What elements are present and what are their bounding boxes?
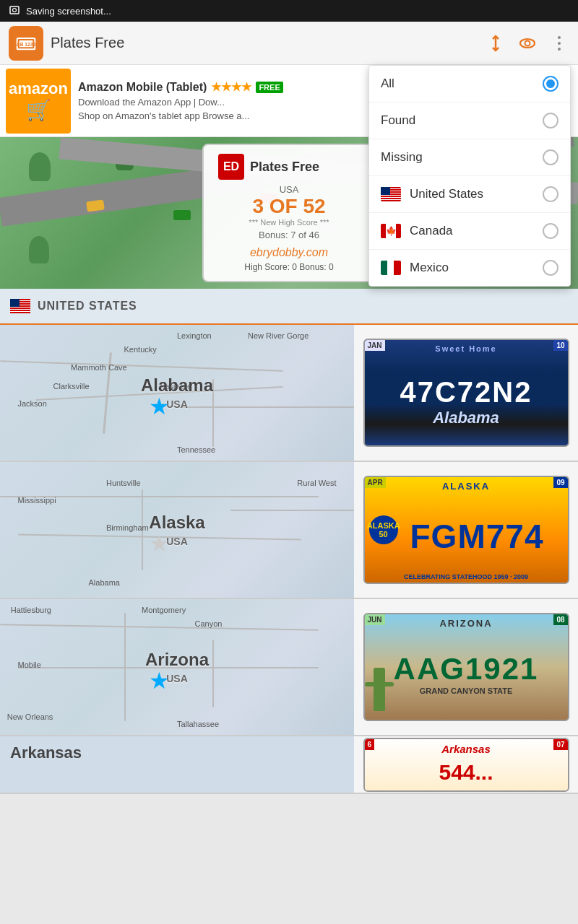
city-jackson: Jackson bbox=[18, 399, 47, 408]
dropdown-item-missing[interactable]: Missing bbox=[369, 139, 570, 176]
city-birmingham: Birmingham bbox=[106, 523, 149, 532]
dropdown-item-all[interactable]: All bbox=[369, 66, 570, 103]
ad-stars: ★★★★ bbox=[211, 80, 251, 94]
city-tallahassee: Tallahassee bbox=[177, 720, 219, 728]
car-plates-icon: AB 1234 bbox=[14, 32, 38, 55]
tree2 bbox=[116, 145, 134, 170]
city-clarksville: Clarksville bbox=[53, 382, 90, 391]
radio-missing[interactable] bbox=[543, 149, 558, 165]
country-flag bbox=[10, 299, 30, 313]
state-row-arizona[interactable]: Montgomery Canyon Hattiesburg Mobile New… bbox=[0, 599, 578, 736]
dropdown-label-mexico: Mexico bbox=[410, 261, 543, 275]
city-canyon: Canyon bbox=[195, 619, 223, 628]
state-map-arkansas: Arkansas bbox=[0, 736, 354, 793]
city-lexington: Lexington bbox=[177, 331, 212, 340]
sort-icon[interactable] bbox=[486, 33, 506, 53]
plate-month-arkansas: 6 bbox=[365, 739, 375, 750]
svg-text:AB 1234: AB 1234 bbox=[17, 42, 36, 47]
city-hattiesburg: Hattiesburg bbox=[11, 606, 51, 614]
game-ed-logo: ED bbox=[218, 154, 244, 180]
star-alaska: ★ bbox=[149, 530, 170, 557]
dropdown-label-canada: Canada bbox=[410, 224, 543, 238]
radio-found[interactable] bbox=[543, 113, 558, 128]
app-title: Plates Free bbox=[51, 35, 486, 51]
star-arizona: ★ bbox=[149, 667, 170, 694]
radio-mexico[interactable] bbox=[543, 260, 558, 276]
city-newrivergorge: New River Gorge bbox=[248, 331, 309, 340]
plate-arizona: JUN 08 ARIZONA AAG1921 GRAND CANYON STAT… bbox=[363, 613, 569, 721]
plate-text-arkansas: 544... bbox=[439, 760, 493, 785]
ad-line2: Shop on Amazon's tablet app Browse a... bbox=[78, 110, 283, 121]
state-map-bg-arizona: Montgomery Canyon Hattiesburg Mobile New… bbox=[0, 599, 354, 735]
city-mammoth: Mammoth Cave bbox=[71, 363, 127, 372]
tree1 bbox=[29, 152, 51, 181]
ad-line1: Download the Amazon App | Dow... bbox=[78, 97, 283, 108]
radio-us[interactable] bbox=[543, 186, 558, 202]
dropdown-item-canada[interactable]: Canada bbox=[369, 213, 570, 250]
plate-alabama: JAN 10 Sweet Home 47C72N2 Alabama bbox=[363, 339, 569, 447]
plate-state-arizona: GRAND CANYON STATE bbox=[420, 687, 513, 695]
state-name-arkansas: Arkansas bbox=[10, 744, 344, 762]
filter-dropdown[interactable]: All Found Missing United States Canada M… bbox=[368, 65, 571, 287]
city-mobile: Mobile bbox=[18, 661, 41, 669]
game-ebry: ebrydobby.com bbox=[250, 246, 328, 258]
plate-area-alabama[interactable]: JAN 10 Sweet Home 47C72N2 Alabama bbox=[354, 325, 578, 461]
svg-rect-0 bbox=[10, 6, 19, 14]
state-map-alabama: Lexington New River Gorge Kentucky Mammo… bbox=[0, 325, 354, 461]
plate-year-alaska: 09 bbox=[553, 477, 567, 488]
state-row-alabama[interactable]: Lexington New River Gorge Kentucky Mammo… bbox=[0, 325, 578, 462]
game-high-score: High Score: 0 Bonus: 0 bbox=[218, 262, 360, 272]
star-alabama: ★ bbox=[149, 393, 170, 420]
state-map-bg-alabama: Lexington New River Gorge Kentucky Mammo… bbox=[0, 325, 354, 461]
tree3 bbox=[29, 236, 49, 263]
cactus-trunk bbox=[374, 668, 385, 711]
flag-us bbox=[381, 187, 401, 201]
game-footer: ebrydobby.com bbox=[218, 246, 360, 259]
state-row-alaska[interactable]: Huntsville Mississippi Birmingham Alabam… bbox=[0, 462, 578, 599]
game-popup-title: Plates Free bbox=[250, 160, 319, 175]
city-kentucky: Kentucky bbox=[124, 345, 157, 354]
app-bar-actions bbox=[486, 33, 569, 53]
dropdown-item-mexico[interactable]: Mexico bbox=[369, 250, 570, 286]
plate-year-arizona: 08 bbox=[553, 614, 567, 625]
dropdown-item-found[interactable]: Found bbox=[369, 103, 570, 139]
plate-area-arkansas[interactable]: 6 07 Arkansas 544... bbox=[354, 736, 578, 793]
plate-month-alabama: JAN bbox=[365, 340, 385, 351]
amazon-cart-icon: 🛒 bbox=[26, 98, 51, 122]
screenshot-icon bbox=[9, 5, 20, 17]
plate-sub-alaska: CELEBRATING STATEHOOD 1959 · 2009 bbox=[404, 573, 528, 580]
dropdown-item-us[interactable]: United States bbox=[369, 176, 570, 213]
radio-all[interactable] bbox=[543, 76, 558, 92]
more-options-icon[interactable] bbox=[549, 33, 569, 53]
country-header: UNITED STATES bbox=[0, 289, 578, 325]
eye-icon[interactable] bbox=[517, 33, 538, 53]
city-neworleans: New Orleans bbox=[7, 712, 53, 721]
plate-state-alabama: Alabama bbox=[433, 409, 499, 427]
svg-point-11 bbox=[558, 42, 561, 45]
state-row-arkansas[interactable]: Arkansas 6 07 Arkansas 544... bbox=[0, 736, 578, 794]
plate-tagline-arizona: ARIZONA bbox=[439, 618, 492, 629]
plate-arkansas: 6 07 Arkansas 544... bbox=[363, 738, 569, 792]
radio-canada[interactable] bbox=[543, 223, 558, 239]
plate-tagline-alabama: Sweet Home bbox=[435, 344, 496, 353]
city-montgomery: Montgomery bbox=[142, 606, 186, 614]
dropdown-label-us: United States bbox=[410, 187, 543, 201]
game-high-score-label: *** New High Score *** bbox=[218, 218, 360, 227]
plate-state-arkansas: Arkansas bbox=[441, 743, 491, 755]
svg-point-12 bbox=[558, 48, 561, 51]
plate-area-arizona[interactable]: JUN 08 ARIZONA AAG1921 GRAND CANYON STAT… bbox=[354, 599, 578, 735]
plate-area-alaska[interactable]: APR 09 ALASKA ALASKA 50 FGM774 CELEBRATI… bbox=[354, 462, 578, 598]
plate-text-alaska: FGM774 bbox=[410, 517, 544, 556]
city-alabama: Alabama bbox=[89, 578, 120, 587]
ad-free-badge: FREE bbox=[256, 82, 282, 93]
main-content: UNITED STATES Lexington New River Gorge … bbox=[0, 289, 578, 924]
amazon-logo-text: amazon bbox=[9, 79, 68, 98]
flag-canada bbox=[381, 224, 401, 238]
svg-point-1 bbox=[13, 9, 17, 12]
state-map-arizona: Montgomery Canyon Hattiesburg Mobile New… bbox=[0, 599, 354, 735]
plate-seal-alaska: ALASKA 50 bbox=[369, 515, 398, 544]
plate-year-arkansas: 07 bbox=[553, 739, 567, 750]
svg-point-9 bbox=[525, 40, 530, 45]
dropdown-label-found: Found bbox=[381, 113, 543, 128]
game-popup-header: ED Plates Free bbox=[218, 154, 360, 180]
